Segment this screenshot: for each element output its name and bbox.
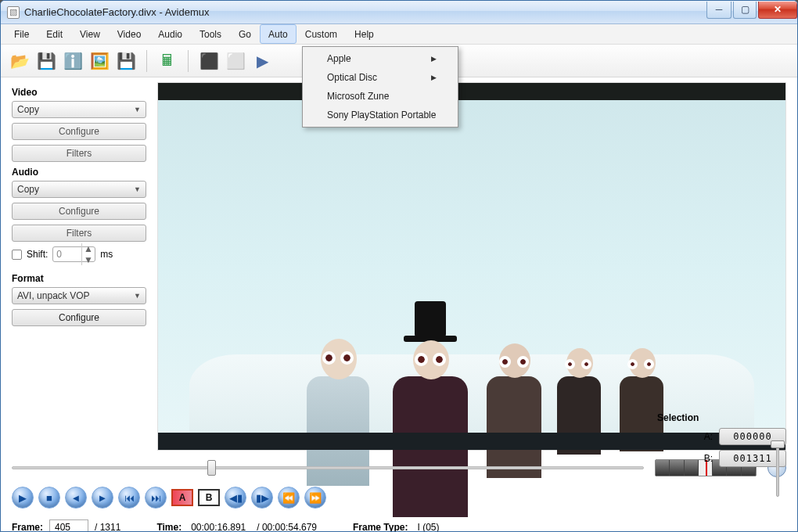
play-button[interactable]: ▶	[12, 487, 34, 509]
next-frame-button[interactable]: ►	[92, 487, 113, 509]
info-button[interactable]: ℹ️	[62, 50, 84, 72]
menu-custom[interactable]: Custom	[297, 24, 346, 44]
time-total: / 00:00:54.679	[257, 522, 317, 532]
floppy-icon: 💾	[37, 52, 56, 70]
selection-title: Selection	[657, 412, 786, 423]
toolbar-separator	[188, 50, 189, 72]
volume-slider[interactable]	[774, 442, 782, 497]
auto-menu-optical-disc[interactable]: Optical Disc▶	[305, 68, 455, 87]
top-hat-icon	[415, 301, 446, 337]
format-select[interactable]: AVI, unpack VOP▼	[12, 287, 146, 304]
menu-audio[interactable]: Audio	[149, 24, 191, 44]
format-section-title: Format	[12, 273, 146, 284]
spinner-arrows[interactable]: ▲▼	[81, 243, 94, 265]
load-image-button[interactable]: 🖼️	[88, 50, 110, 72]
open-button[interactable]: 📂	[9, 50, 31, 72]
auto-menu-apple[interactable]: Apple▶	[305, 49, 455, 68]
auto-menu-zune[interactable]: Microsoft Zune	[305, 87, 455, 106]
prev-frame-button[interactable]: ◄	[65, 487, 87, 509]
video-configure-button[interactable]: Configure	[12, 123, 146, 140]
minimize-button[interactable]: ─	[706, 2, 732, 19]
process-out-button[interactable]: ⬜	[225, 50, 246, 72]
titlebar: CharlieChocolateFactory.divx - Avidemux …	[1, 1, 797, 24]
process-run-button[interactable]: ▶	[251, 50, 273, 72]
shift-input[interactable]	[53, 249, 81, 260]
frametype-value: I (05)	[417, 522, 439, 532]
menu-item-label: Microsoft Zune	[327, 91, 389, 102]
audio-configure-button[interactable]: Configure	[12, 203, 146, 220]
arrow-out-box-icon: ⬜	[226, 52, 246, 70]
sidebar: Video Copy▼ Configure Filters Audio Copy…	[1, 77, 157, 451]
goto-end-button[interactable]: ⏩	[304, 487, 326, 509]
process-in-button[interactable]: ⬛	[198, 50, 220, 72]
audio-codec-select[interactable]: Copy▼	[12, 181, 146, 198]
audio-codec-value: Copy	[17, 184, 39, 195]
format-configure-button[interactable]: Configure	[12, 309, 146, 326]
folder-open-icon: 📂	[10, 52, 30, 70]
slider-track	[12, 466, 644, 469]
application-window: CharlieChocolateFactory.divx - Avidemux …	[0, 0, 798, 532]
menu-help[interactable]: Help	[346, 24, 383, 44]
menu-file[interactable]: File	[5, 24, 38, 44]
audio-section-title: Audio	[12, 167, 146, 178]
calculator-button[interactable]: 🖩	[156, 50, 178, 72]
menu-item-label: Apple	[327, 53, 351, 64]
slider-thumb[interactable]	[771, 440, 785, 448]
window-buttons: ─ ▢ ✕	[705, 2, 797, 19]
frametype-label: Frame Type:	[353, 522, 408, 532]
audio-filters-button[interactable]: Filters	[12, 225, 146, 242]
arrow-left-icon: ◄	[71, 492, 81, 504]
toolbar-separator	[146, 50, 147, 72]
next-keyframe-button[interactable]: ⏭	[145, 487, 167, 509]
picture-icon: 🖼️	[90, 52, 110, 70]
step-back-icon: ◀▮	[229, 492, 243, 504]
chevron-down-icon: ▼	[84, 254, 93, 265]
shift-spinner[interactable]: ▲▼	[52, 246, 95, 262]
next-black-button[interactable]: ▮▶	[251, 487, 273, 509]
menubar: File Edit View Video Audio Tools Go Auto…	[1, 24, 797, 45]
play-box-icon: ▶	[257, 52, 268, 70]
prev-black-button[interactable]: ◀▮	[225, 487, 246, 509]
menu-go[interactable]: Go	[230, 24, 260, 44]
arrow-in-box-icon: ⬛	[200, 52, 219, 70]
timeline-slider[interactable]	[12, 458, 644, 477]
slider-track	[776, 442, 779, 497]
menu-view[interactable]: View	[71, 24, 109, 44]
shift-unit: ms	[100, 249, 113, 260]
shift-label: Shift:	[27, 249, 48, 260]
app-icon	[7, 6, 20, 19]
chevron-down-icon: ▼	[134, 292, 141, 300]
set-marker-a-button[interactable]: A	[171, 489, 193, 506]
selection-panel: Selection A: 000000 B: 001311	[657, 412, 786, 472]
slider-thumb[interactable]	[207, 460, 216, 476]
video-codec-select[interactable]: Copy▼	[12, 101, 146, 118]
save-image-button[interactable]: 💾	[115, 50, 137, 72]
auto-dropdown: Apple▶ Optical Disc▶ Microsoft Zune Sony…	[302, 46, 458, 128]
chevron-up-icon: ▲	[84, 243, 93, 254]
save-button[interactable]: 💾	[35, 50, 57, 72]
selection-b-label: B:	[704, 453, 713, 464]
frame-label: Frame:	[12, 522, 43, 532]
video-filters-button[interactable]: Filters	[12, 145, 146, 162]
video-section-title: Video	[12, 87, 146, 98]
menu-tools[interactable]: Tools	[191, 24, 230, 44]
maximize-button[interactable]: ▢	[733, 2, 757, 19]
prev-keyframe-button[interactable]: ⏮	[118, 487, 140, 509]
goto-start-button[interactable]: ⏪	[278, 487, 300, 509]
info-icon: ℹ️	[63, 52, 83, 70]
shift-checkbox[interactable]	[12, 250, 22, 260]
window-title: CharlieChocolateFactory.divx - Avidemux	[24, 6, 705, 18]
menu-item-label: Optical Disc	[327, 72, 377, 83]
time-label: Time:	[156, 522, 182, 532]
auto-menu-psp[interactable]: Sony PlayStation Portable	[305, 106, 455, 124]
frame-field[interactable]: 405	[49, 519, 88, 532]
stop-button[interactable]: ■	[38, 487, 60, 509]
set-marker-b-button[interactable]: B	[198, 489, 220, 506]
menu-item-label: Sony PlayStation Portable	[327, 110, 436, 120]
menu-video[interactable]: Video	[109, 24, 149, 44]
close-button[interactable]: ✕	[758, 2, 797, 19]
menu-auto[interactable]: Auto	[260, 24, 297, 44]
menu-edit[interactable]: Edit	[38, 24, 71, 44]
skip-forward-icon: ⏭	[151, 492, 161, 504]
chevron-right-icon: ▶	[431, 74, 437, 81]
